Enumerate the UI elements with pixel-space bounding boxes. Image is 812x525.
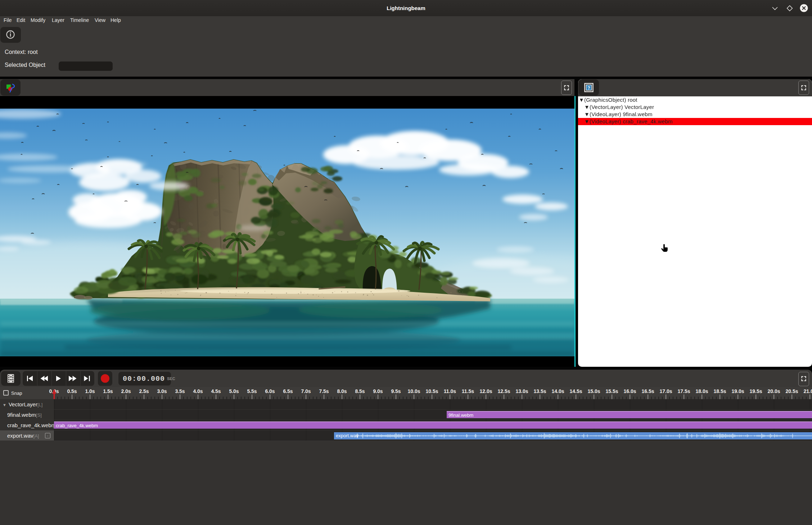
svg-text:5.5s: 5.5s [247,388,257,394]
svg-text:13.0s: 13.0s [515,388,528,394]
svg-text:15.0s: 15.0s [587,388,600,394]
svg-text:16.5s: 16.5s [641,388,654,394]
svg-text:18.5s: 18.5s [713,388,726,394]
svg-text:21.0s: 21.0s [803,388,812,394]
svg-text:1.5s: 1.5s [103,388,113,394]
svg-text:19.0s: 19.0s [731,388,744,394]
svg-text:8.5s: 8.5s [355,388,365,394]
svg-text:5.0s: 5.0s [229,388,239,394]
svg-text:6.0s: 6.0s [265,388,275,394]
svg-text:10.0s: 10.0s [407,388,420,394]
svg-text:20.5s: 20.5s [785,388,798,394]
svg-text:0.5s: 0.5s [67,388,77,394]
svg-text:4.0s: 4.0s [193,388,203,394]
svg-text:3.5s: 3.5s [175,388,185,394]
svg-text:17.5s: 17.5s [677,388,690,394]
svg-text:8.0s: 8.0s [337,388,347,394]
svg-text:20.0s: 20.0s [767,388,780,394]
svg-text:18.0s: 18.0s [695,388,708,394]
svg-text:13.5s: 13.5s [533,388,546,394]
svg-text:11.5s: 11.5s [462,388,474,394]
svg-text:14.5s: 14.5s [569,388,582,394]
svg-text:15.5s: 15.5s [605,388,618,394]
svg-text:6.5s: 6.5s [283,388,293,394]
svg-text:9.0s: 9.0s [373,388,383,394]
svg-text:7.0s: 7.0s [301,388,311,394]
svg-text:2.5s: 2.5s [139,388,149,394]
svg-text:17.0s: 17.0s [659,388,672,394]
svg-text:12.5s: 12.5s [497,388,510,394]
svg-text:10.5s: 10.5s [425,388,438,394]
svg-text:7.5s: 7.5s [319,388,329,394]
svg-text:9.5s: 9.5s [391,388,401,394]
svg-text:?: ? [587,86,590,91]
svg-text:2.0s: 2.0s [121,388,131,394]
svg-text:3.0s: 3.0s [157,388,167,394]
svg-text:4.5s: 4.5s [211,388,221,394]
svg-text:1.0s: 1.0s [85,388,95,394]
svg-text:16.0s: 16.0s [623,388,636,394]
svg-text:14.0s: 14.0s [551,388,564,394]
svg-text:12.0s: 12.0s [479,388,492,394]
svg-text:11.0s: 11.0s [444,388,456,394]
svg-text:19.5s: 19.5s [749,388,762,394]
